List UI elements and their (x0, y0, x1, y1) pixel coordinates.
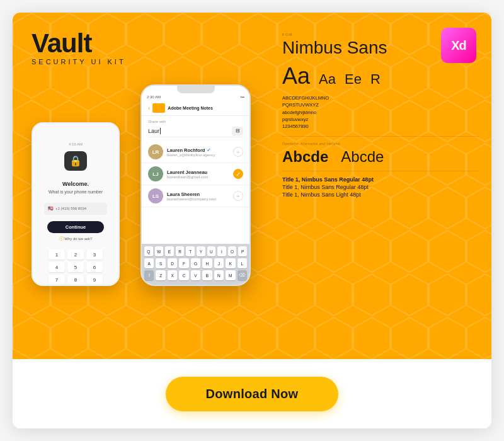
keypad-key-7[interactable]: 7 (49, 275, 65, 285)
title-h1: Title 1, Nimbus Sans Regular 48pt (282, 176, 479, 183)
bottom-section: Download Now (13, 359, 491, 428)
logo-subtitle: SECURITY UI KIT (32, 58, 263, 66)
on-screen-keyboard: Q W E R T Y U I O P A (142, 244, 249, 285)
contact-list: LR Lauren Rochford ✓ lauren_s@thirthyfou… (142, 141, 249, 207)
keypad-key-1[interactable]: 1 (49, 249, 65, 260)
kb-u[interactable]: U (207, 246, 216, 256)
contact-info-lr: Lauren Rochford ✓ lauren_s@thirthyfour.a… (167, 147, 233, 157)
contact-add-ls[interactable]: + (233, 191, 243, 201)
kb-z[interactable]: Z (156, 270, 165, 280)
phone-back-time: 4:19 AM (69, 142, 83, 146)
contact-item-laurent-jeanneau[interactable]: LJ Laurent Jeanneau laurentbean@gmail.co… (142, 163, 249, 185)
keyboard-row-3: ⇧ Z X C V B N M ⌫ (144, 270, 247, 280)
phone-back: 4:19 AM 🔒 Welcome. What is your phone nu… (32, 122, 120, 286)
verified-icon: ✓ (207, 147, 211, 153)
contact-name-lr: Lauren Rochford ✓ (167, 147, 233, 153)
display-fonts-row: Abcde Abcde (282, 148, 479, 166)
kb-p[interactable]: P (238, 246, 247, 256)
keypad-key-6[interactable]: 6 (86, 262, 103, 272)
kb-x[interactable]: X (168, 270, 177, 280)
keypad-key-9[interactable]: 9 (86, 275, 103, 285)
phone-back-welcome: Welcome. (62, 181, 89, 188)
lock-icon: 🔒 (69, 155, 82, 167)
folder-icon (152, 103, 165, 113)
folder-title: Adobe Meeting Notes (168, 106, 213, 110)
alphabet-pqr: PQRSTUVWXYZ (282, 101, 479, 108)
contact-selected-lj[interactable]: ✓ (233, 169, 243, 179)
contact-name-lj: Laurent Jeanneau (167, 169, 233, 175)
kb-s[interactable]: S (156, 258, 165, 268)
back-chevron-icon[interactable]: ‹ (148, 105, 150, 112)
contact-add-lr[interactable]: + (233, 147, 243, 157)
top-section: Vault SECURITY UI KIT 4:19 AM 🔒 Welcome.… (13, 13, 491, 359)
contact-avatar-lj: LJ (148, 166, 163, 181)
kb-h[interactable]: H (202, 258, 212, 268)
kb-i[interactable]: I (217, 246, 226, 256)
kb-b[interactable]: B (202, 270, 212, 280)
share-section: Share with Laur ⊟ (142, 116, 249, 141)
phones-container: 4:19 AM 🔒 Welcome. What is your phone nu… (32, 72, 263, 286)
contact-email-lj: laurentbean@gmail.com (167, 175, 233, 179)
kb-o[interactable]: O (228, 246, 237, 256)
divider-1 (282, 136, 479, 137)
kb-w[interactable]: W (155, 246, 164, 256)
continue-button[interactable]: Continue (47, 221, 104, 233)
typography-section: For Nimbus Sans Aa Aa Ee R ABCDEFGHIJKLM… (282, 25, 479, 359)
left-column: Vault SECURITY UI KIT 4:19 AM 🔒 Welcome.… (13, 13, 276, 359)
title-h2: Title 1, Nimbus Sans Regular 48pt (282, 184, 479, 190)
why-ask-label: Why do we ask? (64, 237, 92, 241)
right-column: Xd For Nimbus Sans Aa Aa Ee R ABCDEFGHIJ… (276, 13, 491, 359)
kb-backspace[interactable]: ⌫ (238, 270, 247, 280)
opentype-label: Opentype, Alternates and Variants (282, 142, 479, 146)
kb-shift[interactable]: ⇧ (144, 270, 154, 280)
share-input[interactable]: Laur ⊟ (148, 125, 243, 137)
kb-y[interactable]: Y (197, 246, 205, 256)
font-sample-aa-large: Aa (282, 63, 310, 89)
opentype-sublabel: Opentype, Alternates and Variants (282, 142, 479, 146)
phone-status-bar: 2:30 AM ▪▪▪ (142, 93, 249, 101)
kb-v[interactable]: V (191, 270, 200, 280)
kb-t[interactable]: T (186, 246, 195, 256)
xd-logo-text: Xd (451, 38, 466, 53)
keypad-key-2[interactable]: 2 (67, 249, 84, 260)
font-sample-ee: Ee (345, 71, 362, 88)
kb-a[interactable]: A (144, 258, 154, 268)
flag-icon: 🇺🇸 (48, 206, 54, 211)
phone-back-input[interactable]: 🇺🇸 +1 (415) 558 8534 (44, 203, 107, 215)
font-sample-aa-medium: Aa (319, 71, 336, 88)
keyboard-row-2: A S D F G H J K L (144, 258, 247, 268)
alphabet-display: ABCDEFGHIJKLMNO PQRSTUVWXYZ abcdefghijkl… (282, 94, 479, 130)
contact-item-lauren-rochford[interactable]: LR Lauren Rochford ✓ lauren_s@thirthyfou… (142, 141, 249, 163)
download-now-button[interactable]: Download Now (166, 377, 339, 411)
keypad-key-8[interactable]: 8 (67, 275, 84, 285)
kb-f[interactable]: F (179, 258, 188, 268)
title-h3: Title 1, Nimbus Sans Light 48pt (282, 192, 479, 198)
kb-e[interactable]: E (165, 246, 174, 256)
kb-r[interactable]: R (176, 246, 185, 256)
contact-item-laura-sheeren[interactable]: LS Laura Sheeren laurasheeren@company.co… (142, 185, 249, 207)
cursor (160, 128, 161, 134)
type-hierarchy: Title 1, Nimbus Sans Regular 48pt Title … (282, 176, 479, 198)
kb-m[interactable]: M (226, 270, 235, 280)
kb-c[interactable]: C (179, 270, 188, 280)
kb-k[interactable]: K (226, 258, 235, 268)
phone-time: 2:30 AM (147, 95, 161, 99)
contact-info-ls: Laura Sheeren laurasheeren@company.com (167, 192, 233, 201)
kb-q[interactable]: Q (144, 246, 153, 256)
keypad-key-4[interactable]: 4 (49, 262, 65, 272)
kb-l[interactable]: L (238, 258, 247, 268)
divider-2 (282, 171, 479, 171)
keypad-key-5[interactable]: 5 (67, 262, 84, 272)
why-ask-link[interactable]: ⓘ Why do we ask? (59, 236, 93, 242)
search-value: Laur (148, 128, 159, 134)
kb-g[interactable]: G (191, 258, 200, 268)
share-label: Share with (148, 120, 243, 123)
logo-area: Vault SECURITY UI KIT (32, 30, 263, 66)
keypad-key-3[interactable]: 3 (86, 249, 103, 260)
phone-back-keypad: 1 2 3 4 5 6 7 8 9 (49, 249, 103, 285)
kb-j[interactable]: J (214, 258, 224, 268)
kb-d[interactable]: D (168, 258, 177, 268)
kb-n[interactable]: N (214, 270, 224, 280)
alphabet-pqr-lower: pqrstuvwxyz (282, 116, 479, 123)
phone-front-header: ‹ Adobe Meeting Notes (142, 101, 249, 116)
